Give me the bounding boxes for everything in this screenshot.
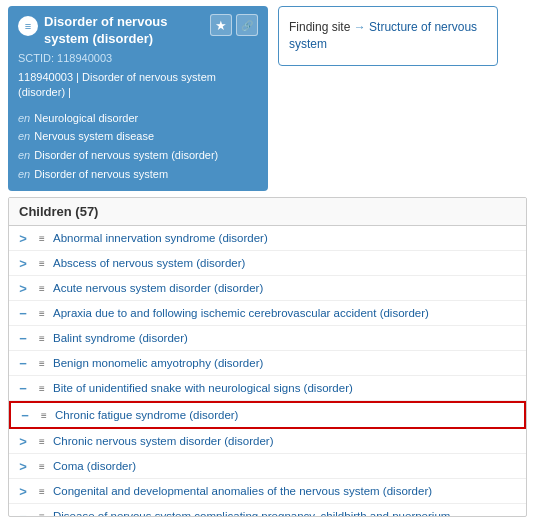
- children-list[interactable]: >≡Abnormal innervation syndrome (disorde…: [9, 226, 526, 516]
- expand-button[interactable]: >: [15, 433, 31, 449]
- link-button[interactable]: 🔗: [236, 14, 258, 36]
- item-label[interactable]: Abscess of nervous system (disorder): [53, 257, 520, 269]
- concept-card: ≡ Disorder of nervous system (disorder) …: [8, 6, 268, 191]
- item-label[interactable]: Chronic fatigue syndrome (disorder): [55, 409, 518, 421]
- expand-button[interactable]: −: [15, 330, 31, 346]
- item-label[interactable]: Disease of nervous system complicating p…: [53, 510, 520, 516]
- item-type-icon: ≡: [35, 381, 49, 395]
- expand-button[interactable]: >: [15, 458, 31, 474]
- list-item: −≡Chronic fatigue syndrome (disorder): [9, 401, 526, 429]
- synonym-item: enDisorder of nervous system: [18, 165, 258, 184]
- list-item: −≡Apraxia due to and following ischemic …: [9, 301, 526, 326]
- item-label[interactable]: Abnormal innervation syndrome (disorder): [53, 232, 520, 244]
- item-label[interactable]: Coma (disorder): [53, 460, 520, 472]
- expand-button[interactable]: −: [15, 380, 31, 396]
- list-item: −≡Disease of nervous system complicating…: [9, 504, 526, 516]
- item-type-icon: ≡: [35, 459, 49, 473]
- item-type-icon: ≡: [35, 331, 49, 345]
- list-item: >≡Abscess of nervous system (disorder): [9, 251, 526, 276]
- item-type-icon: ≡: [35, 306, 49, 320]
- top-section: ≡ Disorder of nervous system (disorder) …: [0, 0, 535, 197]
- expand-button[interactable]: >: [15, 280, 31, 296]
- list-item: −≡Balint syndrome (disorder): [9, 326, 526, 351]
- synonym-item: enDisorder of nervous system (disorder): [18, 146, 258, 165]
- expand-button[interactable]: >: [15, 230, 31, 246]
- concept-title: Disorder of nervous system (disorder): [44, 14, 204, 48]
- expand-button[interactable]: −: [15, 355, 31, 371]
- children-header: Children (57): [9, 198, 526, 226]
- synonym-item: enNeurological disorder: [18, 109, 258, 128]
- item-label[interactable]: Benign monomelic amyotrophy (disorder): [53, 357, 520, 369]
- item-type-icon: ≡: [35, 256, 49, 270]
- expand-button[interactable]: >: [15, 483, 31, 499]
- item-label[interactable]: Acute nervous system disorder (disorder): [53, 282, 520, 294]
- synonym-item: enNervous system disease: [18, 127, 258, 146]
- item-type-icon: ≡: [35, 356, 49, 370]
- item-label[interactable]: Chronic nervous system disorder (disorde…: [53, 435, 520, 447]
- children-section: Children (57) >≡Abnormal innervation syn…: [8, 197, 527, 517]
- item-label[interactable]: Apraxia due to and following ischemic ce…: [53, 307, 520, 319]
- list-item: >≡Abnormal innervation syndrome (disorde…: [9, 226, 526, 251]
- item-type-icon: ≡: [35, 281, 49, 295]
- list-item: >≡Chronic nervous system disorder (disor…: [9, 429, 526, 454]
- star-button[interactable]: ★: [210, 14, 232, 36]
- list-item: −≡Benign monomelic amyotrophy (disorder): [9, 351, 526, 376]
- item-type-icon: ≡: [35, 434, 49, 448]
- item-type-icon: ≡: [37, 408, 51, 422]
- list-item: −≡Bite of unidentified snake with neurol…: [9, 376, 526, 401]
- item-label[interactable]: Congenital and developmental anomalies o…: [53, 485, 520, 497]
- concept-type-icon: ≡: [18, 16, 38, 36]
- concept-desc: 118940003 | Disorder of nervous system (…: [18, 70, 258, 101]
- synonyms-list: enNeurological disorderenNervous system …: [18, 109, 258, 184]
- list-item: >≡Coma (disorder): [9, 454, 526, 479]
- list-item: >≡Acute nervous system disorder (disorde…: [9, 276, 526, 301]
- item-label[interactable]: Balint syndrome (disorder): [53, 332, 520, 344]
- item-type-icon: ≡: [35, 231, 49, 245]
- finding-site-arrow: →: [354, 20, 369, 34]
- list-item: >≡Congenital and developmental anomalies…: [9, 479, 526, 504]
- item-label[interactable]: Bite of unidentified snake with neurolog…: [53, 382, 520, 394]
- expand-button[interactable]: >: [15, 255, 31, 271]
- finding-site-box: Finding site → Structure of nervous syst…: [278, 6, 498, 66]
- item-type-icon: ≡: [35, 484, 49, 498]
- sctid-label: SCTID: 118940003: [18, 52, 258, 64]
- expand-button[interactable]: −: [15, 305, 31, 321]
- expand-button[interactable]: −: [15, 508, 31, 516]
- finding-site-label: Finding site → Structure of nervous syst…: [289, 19, 487, 53]
- expand-button[interactable]: −: [17, 407, 33, 423]
- item-type-icon: ≡: [35, 509, 49, 516]
